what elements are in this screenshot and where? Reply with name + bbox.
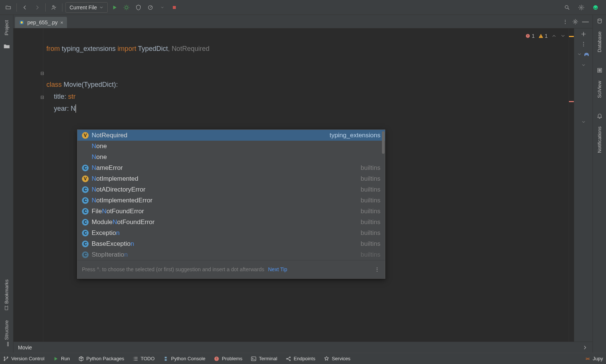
debug-button[interactable] xyxy=(121,2,132,13)
svg-rect-18 xyxy=(599,70,599,71)
svg-point-5 xyxy=(581,7,582,8)
completion-item[interactable]: CNameErrorbuiltins xyxy=(77,162,385,173)
editor-tab[interactable]: pep_655_.py ✕ xyxy=(15,17,67,28)
svg-rect-17 xyxy=(600,69,600,70)
nav-forward-button[interactable] xyxy=(32,2,42,13)
editor-gutter: ⊟ ⊟ xyxy=(13,28,43,342)
more-run-button[interactable] xyxy=(157,2,168,13)
chevron-right-icon[interactable] xyxy=(582,345,588,351)
todo-tool-button[interactable]: TODO xyxy=(132,356,154,362)
inspection-widget[interactable]: 1 1 xyxy=(525,30,566,42)
hide-tab-button[interactable]: — xyxy=(582,18,589,25)
problems-tool-button[interactable]: Problems xyxy=(214,356,242,362)
breadcrumb[interactable]: Movie xyxy=(18,345,32,351)
notifications-tool-button[interactable]: Notifications xyxy=(597,124,602,155)
terminal-icon xyxy=(251,356,257,362)
next-tip-link[interactable]: Next Tip xyxy=(268,263,287,275)
coverage-icon xyxy=(135,4,141,10)
bottom-tool-strip: Version Control Run Python Packages TODO… xyxy=(0,353,606,364)
editor-tabs: pep_655_.py ✕ ⋮ — xyxy=(13,15,593,28)
svg-rect-8 xyxy=(7,344,8,345)
completion-item[interactable]: None xyxy=(77,152,385,162)
bookmarks-tool-button[interactable]: Bookmarks xyxy=(4,277,9,313)
completion-item[interactable]: VNotRequiredtyping_extensions xyxy=(77,130,385,141)
error-stripe[interactable] xyxy=(569,28,574,342)
gear-icon[interactable] xyxy=(572,19,578,25)
database-tool-button[interactable]: Database xyxy=(597,29,602,55)
completion-item[interactable]: CNotADirectoryErrorbuiltins xyxy=(77,184,385,195)
profile-button[interactable] xyxy=(145,2,156,13)
completion-item[interactable]: CExceptionbuiltins xyxy=(77,227,385,238)
jupyter-tool-button[interactable]: Jupy xyxy=(585,356,603,362)
sciview-tool-button[interactable]: SciView xyxy=(597,79,602,100)
packages-icon xyxy=(78,356,84,362)
fold-icon[interactable]: ⊟ xyxy=(40,91,44,103)
terminal-tool-button[interactable]: Terminal xyxy=(251,356,277,362)
completion-item[interactable]: CBaseExceptionbuiltins xyxy=(77,238,385,249)
blank-icon xyxy=(82,143,89,150)
endpoints-icon xyxy=(285,356,291,362)
fold-icon[interactable]: ⊟ xyxy=(40,67,44,79)
python-console-tool-button[interactable]: Python Console xyxy=(163,356,205,362)
completion-item-location: builtins xyxy=(361,216,380,228)
svg-rect-11 xyxy=(21,21,22,23)
class-icon: C xyxy=(82,230,89,236)
search-everywhere-button[interactable] xyxy=(562,2,572,13)
panel-more-icon[interactable]: ⋯ xyxy=(581,42,587,47)
code-completion-popup: VNotRequiredtyping_extensionsNoneNoneCNa… xyxy=(77,129,385,279)
ide-button[interactable] xyxy=(590,2,601,13)
coverage-button[interactable] xyxy=(133,2,144,13)
close-tab-button[interactable]: ✕ xyxy=(60,21,63,25)
code-editor[interactable]: ⊟ ⊟ from typing_extensions import TypedD… xyxy=(13,28,569,342)
branch-icon xyxy=(3,356,9,362)
run-config-selector[interactable]: Current File xyxy=(65,2,108,13)
stop-button[interactable] xyxy=(169,2,180,13)
nav-back-button[interactable] xyxy=(20,2,30,13)
chevron-down-icon[interactable] xyxy=(581,120,586,124)
run-button[interactable] xyxy=(109,2,120,13)
endpoints-tool-button[interactable]: Endpoints xyxy=(285,356,315,362)
chevron-up-icon[interactable] xyxy=(551,33,557,39)
version-control-tool-button[interactable]: Version Control xyxy=(3,356,45,362)
chevron-down-icon[interactable] xyxy=(581,63,586,67)
chevron-down-icon[interactable] xyxy=(577,52,582,56)
completion-item[interactable]: CModuleNotFoundErrorbuiltins xyxy=(77,217,385,227)
tab-more-icon[interactable]: ⋮ xyxy=(563,19,569,25)
structure-tool-button[interactable]: Structure xyxy=(4,318,9,349)
completion-item-name: None xyxy=(92,140,107,152)
completion-item-name: NotImplemented xyxy=(92,173,138,185)
completion-item[interactable]: CNotImplementedErrorbuiltins xyxy=(77,195,385,206)
completion-item-name: Exception xyxy=(92,227,120,239)
settings-button[interactable] xyxy=(576,2,587,13)
popup-scrollbar[interactable] xyxy=(381,130,385,265)
python-packages-tool-button[interactable]: Python Packages xyxy=(78,356,124,362)
project-tool-button[interactable]: Project xyxy=(4,18,9,37)
services-tool-button[interactable]: Services xyxy=(324,356,351,362)
warning-icon xyxy=(538,33,544,39)
completion-more-button[interactable]: ⋮ xyxy=(374,263,380,275)
services-icon xyxy=(324,356,330,362)
svg-rect-24 xyxy=(251,357,256,361)
bug-icon xyxy=(123,4,129,10)
completion-item[interactable]: None xyxy=(77,141,385,152)
completion-item[interactable]: VNotImplementedbuiltins xyxy=(77,173,385,184)
class-icon: C xyxy=(82,208,89,215)
completion-item[interactable]: CStopIterationbuiltins xyxy=(77,249,385,260)
toolbar-separator xyxy=(45,3,46,12)
chevron-down-icon[interactable] xyxy=(560,33,566,39)
main-toolbar: Current File xyxy=(0,0,606,15)
open-folder-button[interactable] xyxy=(3,2,13,13)
run-tool-button[interactable]: Run xyxy=(53,356,70,362)
svg-point-14 xyxy=(598,19,601,20)
class-icon: C xyxy=(82,197,89,204)
svg-rect-3 xyxy=(173,6,176,9)
vcs-button[interactable] xyxy=(49,2,59,13)
toolbar-separator xyxy=(62,3,62,12)
completion-item-location: builtins xyxy=(361,249,380,261)
variable-icon: V xyxy=(82,175,89,182)
svg-rect-19 xyxy=(600,70,600,71)
code-content: from typing_extensions import TypedDict,… xyxy=(46,31,209,126)
add-icon[interactable] xyxy=(580,31,587,37)
completion-item-location: builtins xyxy=(361,195,380,207)
completion-item[interactable]: CFileNotFoundErrorbuiltins xyxy=(77,206,385,217)
